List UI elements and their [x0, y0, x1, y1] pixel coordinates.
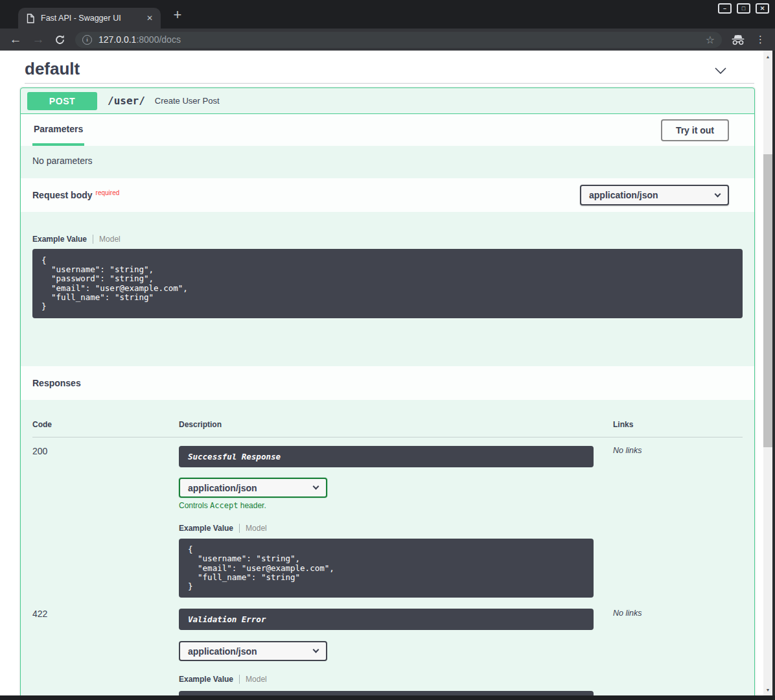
minimize-button[interactable]: – — [718, 3, 732, 14]
tab-example-value[interactable]: Example Value — [32, 235, 87, 244]
parameters-header: Parameters Try it out — [21, 114, 754, 146]
tab-title: Fast API - Swagger UI — [41, 14, 144, 23]
response-media-type-value: application/json — [188, 483, 257, 493]
response-code: 200 — [32, 446, 179, 456]
maximize-button[interactable]: □ — [737, 3, 750, 14]
response-example-code: { "username": "string", "email": "user@e… — [179, 539, 594, 598]
operation-path: /user/ — [108, 95, 145, 107]
tab-separator — [93, 235, 93, 244]
response-description: Successful Response — [179, 446, 594, 467]
tab-strip: Fast API - Swagger UI ✕ + – □ ✕ — [0, 0, 775, 29]
response-row-422: 422 Validation Error application/json Ex… — [32, 600, 743, 695]
response-media-type-value: application/json — [188, 646, 257, 657]
bookmark-star-icon[interactable]: ☆ — [706, 34, 715, 46]
tab-separator — [239, 524, 240, 533]
operation-summary[interactable]: POST /user/ Create User Post — [21, 88, 754, 114]
response-media-type-select[interactable]: application/json — [179, 478, 327, 498]
reload-icon[interactable] — [52, 34, 67, 45]
request-body-title: Request body — [32, 190, 93, 200]
page-content: default POST /user/ Create User Post — [0, 51, 775, 695]
response-row-200: 200 Successful Response application/json… — [32, 438, 743, 598]
response-media-type-select[interactable]: application/json — [179, 641, 327, 661]
chevron-down-icon — [313, 484, 319, 490]
document-icon — [27, 14, 34, 23]
window-bottom-edge — [0, 695, 775, 700]
incognito-icon — [728, 34, 748, 45]
method-badge: POST — [27, 92, 97, 110]
response-links: No links — [613, 609, 743, 618]
responses-table-head: Code Description Links — [32, 420, 743, 438]
back-icon[interactable]: ← — [8, 32, 23, 47]
scrollbar-thumb[interactable] — [763, 154, 772, 447]
tab-separator — [239, 675, 240, 684]
response-example-code: { "detail": [ — [179, 691, 594, 695]
response-links: No links — [613, 446, 743, 455]
request-body-header: Request bodyrequired application/json — [21, 178, 754, 212]
scroll-up-icon[interactable]: ▲ — [763, 52, 772, 61]
section-divider — [25, 83, 754, 84]
column-header-description: Description — [179, 420, 594, 429]
chevron-down-icon[interactable] — [714, 65, 727, 77]
responses-header: Responses — [21, 366, 754, 400]
responses-title: Responses — [32, 378, 81, 388]
tab-example-value[interactable]: Example Value — [179, 675, 233, 684]
tab-parameters: Parameters — [32, 114, 84, 146]
tab-example-value[interactable]: Example Value — [179, 524, 233, 533]
response-description: Validation Error — [179, 609, 594, 630]
accept-code-text: Accept — [210, 501, 238, 510]
responses-table: Code Description Links 200 Successful Re… — [21, 400, 754, 695]
tab-model[interactable]: Model — [246, 524, 267, 533]
response-code: 422 — [32, 609, 179, 619]
chevron-down-icon — [313, 647, 319, 653]
browser-toolbar: ← → i 127.0.0.1:8000/docs ☆ ⋮ — [0, 29, 775, 51]
request-media-type-value: application/json — [589, 190, 658, 200]
request-body-example-code: { "username": "string", "password": "str… — [32, 249, 743, 318]
tab-model[interactable]: Model — [246, 675, 267, 684]
new-tab-button[interactable]: + — [169, 6, 186, 23]
api-section-header[interactable]: default — [0, 57, 763, 83]
forward-icon: → — [31, 32, 45, 47]
tab-model[interactable]: Model — [99, 235, 121, 244]
address-bar[interactable]: i 127.0.0.1:8000/docs ☆ — [75, 32, 722, 48]
url-text[interactable]: 127.0.0.1:8000/docs — [98, 34, 700, 45]
required-label: required — [96, 189, 120, 196]
menu-icon[interactable]: ⋮ — [756, 34, 765, 45]
browser-tab[interactable]: Fast API - Swagger UI ✕ — [18, 8, 161, 29]
url-path: :8000/docs — [136, 34, 181, 45]
swagger-page: default POST /user/ Create User Post — [0, 51, 763, 695]
scroll-down-icon[interactable]: ▼ — [763, 685, 772, 694]
request-media-type-select[interactable]: application/json — [580, 185, 729, 205]
tab-close-icon[interactable]: ✕ — [144, 12, 156, 24]
window-controls: – □ ✕ — [718, 3, 769, 14]
browser-window: Fast API - Swagger UI ✕ + – □ ✕ ← → i 12… — [0, 0, 775, 700]
operation-description: Create User Post — [155, 96, 220, 106]
close-button[interactable]: ✕ — [756, 3, 769, 14]
column-header-code: Code — [32, 420, 179, 429]
opblock-post-user: POST /user/ Create User Post Parameters … — [20, 88, 755, 695]
try-it-out-button[interactable]: Try it out — [661, 119, 729, 141]
no-parameters-text: No parameters — [21, 146, 754, 178]
page-scrollbar[interactable]: ▲ ▼ — [763, 51, 772, 695]
window-right-edge — [772, 51, 775, 695]
accept-header-note: Controls Accept header. — [179, 501, 594, 510]
url-host: 127.0.0.1 — [98, 34, 136, 45]
request-body-example: Example Value Model { "username": "strin… — [21, 212, 754, 366]
chevron-down-icon — [715, 191, 721, 197]
section-title: default — [25, 57, 763, 80]
column-header-links: Links — [613, 420, 743, 429]
site-info-icon[interactable]: i — [82, 35, 92, 45]
